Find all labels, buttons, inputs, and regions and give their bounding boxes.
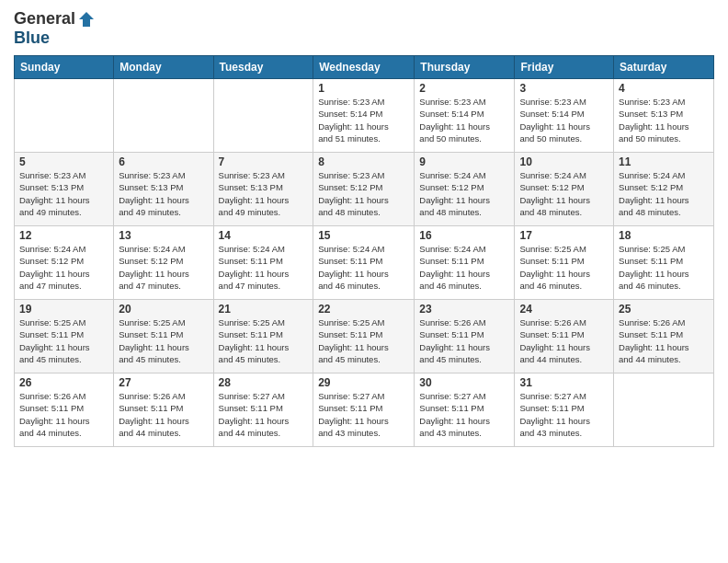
weekday-header-sunday: Sunday — [15, 56, 114, 79]
day-number: 12 — [19, 229, 108, 242]
day-number: 31 — [519, 376, 609, 389]
calendar-cell — [213, 79, 313, 153]
day-number: 27 — [119, 376, 208, 389]
day-info: Sunrise: 5:23 AMSunset: 5:13 PMDaylight:… — [119, 169, 208, 218]
calendar-cell: 17Sunrise: 5:25 AMSunset: 5:11 PMDayligh… — [515, 226, 614, 300]
day-info: Sunrise: 5:25 AMSunset: 5:11 PMDaylight:… — [219, 316, 309, 365]
calendar-cell: 22Sunrise: 5:25 AMSunset: 5:11 PMDayligh… — [313, 300, 415, 373]
calendar-cell: 1Sunrise: 5:23 AMSunset: 5:14 PMDaylight… — [313, 79, 415, 153]
calendar-cell: 24Sunrise: 5:26 AMSunset: 5:11 PMDayligh… — [515, 300, 614, 373]
week-row-4: 19Sunrise: 5:25 AMSunset: 5:11 PMDayligh… — [15, 300, 714, 373]
calendar-cell: 29Sunrise: 5:27 AMSunset: 5:11 PMDayligh… — [313, 373, 415, 447]
day-number: 19 — [19, 303, 108, 316]
day-info: Sunrise: 5:23 AMSunset: 5:14 PMDaylight:… — [318, 96, 409, 144]
calendar-cell: 5Sunrise: 5:23 AMSunset: 5:13 PMDaylight… — [15, 153, 114, 226]
day-info: Sunrise: 5:23 AMSunset: 5:13 PMDaylight:… — [219, 169, 309, 218]
calendar-cell: 30Sunrise: 5:27 AMSunset: 5:11 PMDayligh… — [415, 373, 515, 447]
logo: General Blue — [14, 9, 96, 48]
weekday-header-tuesday: Tuesday — [213, 56, 313, 79]
day-number: 15 — [318, 229, 409, 242]
day-info: Sunrise: 5:23 AMSunset: 5:14 PMDaylight:… — [519, 96, 609, 144]
day-info: Sunrise: 5:24 AMSunset: 5:12 PMDaylight:… — [19, 243, 108, 292]
day-number: 11 — [619, 155, 709, 168]
calendar-cell: 31Sunrise: 5:27 AMSunset: 5:11 PMDayligh… — [515, 373, 614, 447]
calendar-cell: 28Sunrise: 5:27 AMSunset: 5:11 PMDayligh… — [213, 373, 313, 447]
day-info: Sunrise: 5:24 AMSunset: 5:11 PMDaylight:… — [318, 243, 409, 292]
calendar-cell: 4Sunrise: 5:23 AMSunset: 5:13 PMDaylight… — [614, 79, 714, 153]
calendar-cell: 10Sunrise: 5:24 AMSunset: 5:12 PMDayligh… — [515, 153, 614, 226]
header: General Blue — [14, 9, 714, 48]
day-number: 26 — [19, 376, 108, 389]
calendar-cell: 18Sunrise: 5:25 AMSunset: 5:11 PMDayligh… — [614, 226, 714, 300]
day-number: 2 — [419, 82, 509, 95]
day-number: 3 — [519, 82, 609, 95]
day-number: 9 — [419, 155, 509, 168]
day-info: Sunrise: 5:27 AMSunset: 5:11 PMDaylight:… — [219, 390, 309, 439]
calendar-cell: 25Sunrise: 5:26 AMSunset: 5:11 PMDayligh… — [614, 300, 714, 373]
day-number: 29 — [318, 376, 409, 389]
calendar-cell: 12Sunrise: 5:24 AMSunset: 5:12 PMDayligh… — [15, 226, 114, 300]
week-row-3: 12Sunrise: 5:24 AMSunset: 5:12 PMDayligh… — [15, 226, 714, 300]
calendar-cell: 20Sunrise: 5:25 AMSunset: 5:11 PMDayligh… — [114, 300, 213, 373]
day-info: Sunrise: 5:23 AMSunset: 5:13 PMDaylight:… — [619, 96, 709, 144]
weekday-header-saturday: Saturday — [614, 56, 714, 79]
day-number: 20 — [119, 303, 208, 316]
day-number: 8 — [318, 155, 409, 168]
day-number: 13 — [119, 229, 208, 242]
day-info: Sunrise: 5:25 AMSunset: 5:11 PMDaylight:… — [519, 243, 609, 292]
calendar-cell: 26Sunrise: 5:26 AMSunset: 5:11 PMDayligh… — [15, 373, 114, 447]
calendar-cell: 21Sunrise: 5:25 AMSunset: 5:11 PMDayligh… — [213, 300, 313, 373]
day-info: Sunrise: 5:25 AMSunset: 5:11 PMDaylight:… — [619, 243, 709, 292]
day-info: Sunrise: 5:25 AMSunset: 5:11 PMDaylight:… — [119, 316, 208, 365]
calendar-cell: 14Sunrise: 5:24 AMSunset: 5:11 PMDayligh… — [213, 226, 313, 300]
day-info: Sunrise: 5:27 AMSunset: 5:11 PMDaylight:… — [519, 390, 609, 439]
day-number: 6 — [119, 155, 208, 168]
weekday-header-row: SundayMondayTuesdayWednesdayThursdayFrid… — [15, 56, 714, 79]
calendar-cell: 2Sunrise: 5:23 AMSunset: 5:14 PMDaylight… — [415, 79, 515, 153]
calendar-cell: 11Sunrise: 5:24 AMSunset: 5:12 PMDayligh… — [614, 153, 714, 226]
page-container: General Blue SundayMondayTuesdayWednesda… — [0, 0, 728, 456]
day-number: 4 — [619, 82, 709, 95]
day-number: 10 — [519, 155, 609, 168]
day-info: Sunrise: 5:23 AMSunset: 5:14 PMDaylight:… — [419, 96, 509, 144]
day-number: 22 — [318, 303, 409, 316]
svg-marker-0 — [79, 12, 94, 27]
calendar-cell — [15, 79, 114, 153]
day-number: 18 — [619, 229, 709, 242]
day-number: 7 — [219, 155, 309, 168]
day-number: 28 — [219, 376, 309, 389]
day-info: Sunrise: 5:26 AMSunset: 5:11 PMDaylight:… — [19, 390, 108, 439]
logo-blue-text: Blue — [14, 29, 50, 48]
day-info: Sunrise: 5:24 AMSunset: 5:12 PMDaylight:… — [419, 169, 509, 218]
weekday-header-thursday: Thursday — [415, 56, 515, 79]
day-info: Sunrise: 5:27 AMSunset: 5:11 PMDaylight:… — [419, 390, 509, 439]
day-info: Sunrise: 5:24 AMSunset: 5:12 PMDaylight:… — [519, 169, 609, 218]
day-info: Sunrise: 5:24 AMSunset: 5:11 PMDaylight:… — [419, 243, 509, 292]
day-number: 25 — [619, 303, 709, 316]
weekday-header-wednesday: Wednesday — [313, 56, 415, 79]
day-info: Sunrise: 5:23 AMSunset: 5:13 PMDaylight:… — [19, 169, 108, 218]
calendar-cell — [614, 373, 714, 447]
calendar-cell: 16Sunrise: 5:24 AMSunset: 5:11 PMDayligh… — [415, 226, 515, 300]
day-number: 23 — [419, 303, 509, 316]
day-info: Sunrise: 5:26 AMSunset: 5:11 PMDaylight:… — [619, 316, 709, 365]
day-info: Sunrise: 5:25 AMSunset: 5:11 PMDaylight:… — [19, 316, 108, 365]
day-info: Sunrise: 5:23 AMSunset: 5:12 PMDaylight:… — [318, 169, 409, 218]
weekday-header-monday: Monday — [114, 56, 213, 79]
calendar-cell: 9Sunrise: 5:24 AMSunset: 5:12 PMDaylight… — [415, 153, 515, 226]
calendar-cell: 8Sunrise: 5:23 AMSunset: 5:12 PMDaylight… — [313, 153, 415, 226]
day-number: 21 — [219, 303, 309, 316]
calendar-cell: 7Sunrise: 5:23 AMSunset: 5:13 PMDaylight… — [213, 153, 313, 226]
day-info: Sunrise: 5:24 AMSunset: 5:11 PMDaylight:… — [219, 243, 309, 292]
calendar-cell: 15Sunrise: 5:24 AMSunset: 5:11 PMDayligh… — [313, 226, 415, 300]
calendar-cell: 3Sunrise: 5:23 AMSunset: 5:14 PMDaylight… — [515, 79, 614, 153]
day-number: 16 — [419, 229, 509, 242]
day-info: Sunrise: 5:26 AMSunset: 5:11 PMDaylight:… — [519, 316, 609, 365]
day-number: 24 — [519, 303, 609, 316]
day-number: 5 — [19, 155, 108, 168]
calendar-cell: 13Sunrise: 5:24 AMSunset: 5:12 PMDayligh… — [114, 226, 213, 300]
day-number: 17 — [519, 229, 609, 242]
day-info: Sunrise: 5:26 AMSunset: 5:11 PMDaylight:… — [119, 390, 208, 439]
week-row-2: 5Sunrise: 5:23 AMSunset: 5:13 PMDaylight… — [15, 153, 714, 226]
calendar-cell: 27Sunrise: 5:26 AMSunset: 5:11 PMDayligh… — [114, 373, 213, 447]
